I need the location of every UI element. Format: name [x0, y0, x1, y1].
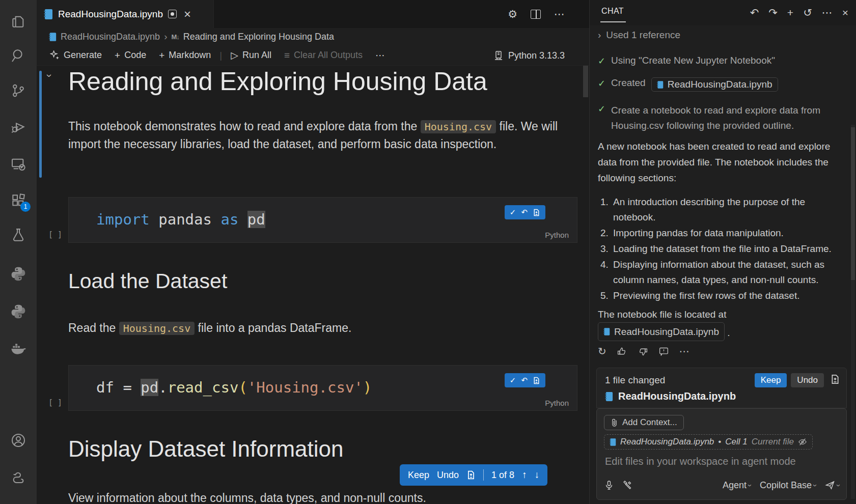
python-icon[interactable]: [0, 260, 37, 288]
attached-context-pill[interactable]: ReadHousingData.ipynb • Cell 1 Current f…: [604, 434, 813, 450]
undo-button[interactable]: Undo: [437, 470, 459, 481]
add-code-button[interactable]: + Code: [111, 48, 150, 63]
snake-manage-icon[interactable]: [0, 464, 37, 493]
chat-scrollbar-thumb[interactable]: [851, 127, 855, 280]
account-icon[interactable]: [0, 426, 37, 455]
eye-off-icon[interactable]: [798, 437, 807, 446]
check-icon: ✓: [598, 78, 605, 92]
created-file-pill[interactable]: ReadHousingData.ipynb: [651, 77, 778, 92]
extensions-icon[interactable]: 1: [0, 186, 37, 215]
step-created-file: ✓ Created ReadHousingData.ipynb: [598, 77, 778, 92]
cell-language-label[interactable]: Python: [545, 231, 569, 239]
tools-icon[interactable]: [622, 480, 632, 490]
chat-tab[interactable]: CHAT: [601, 7, 624, 16]
breadcrumb-section[interactable]: Reading and Exploring Housing Data: [183, 32, 334, 42]
mic-icon[interactable]: [604, 480, 614, 490]
diff-file-icon[interactable]: [466, 470, 476, 480]
notebook-title: Reading and Exploring Housing Data: [68, 67, 487, 96]
changed-file-row[interactable]: ReadHousingData.ipynb: [605, 390, 736, 402]
kernel-picker[interactable]: Python 3.13.3: [493, 45, 565, 66]
keep-button[interactable]: Keep: [408, 470, 429, 481]
next-edit-icon[interactable]: ↓: [535, 469, 540, 481]
code-line[interactable]: df = pd.read_csv('Housing.csv'): [96, 379, 372, 396]
report-issue-icon[interactable]: [658, 346, 669, 357]
diff-file-icon[interactable]: [533, 209, 540, 216]
view-diff-button[interactable]: [830, 374, 840, 387]
expand-references-icon: ›: [598, 30, 601, 41]
chevron-down-icon: ›: [746, 484, 755, 487]
location-text-period: .: [727, 327, 730, 338]
modified-indicator-icon[interactable]: [168, 10, 177, 18]
clear-all-outputs-button[interactable]: ≡ Clear All Outputs: [280, 48, 367, 63]
rerun-request-icon[interactable]: ↻: [598, 345, 606, 357]
chat-input-box[interactable]: Add Context... ReadHousingData.ipynb • C…: [596, 408, 847, 500]
send-button[interactable]: ›: [825, 480, 840, 490]
notebook-file-icon: [610, 438, 616, 446]
add-markdown-button[interactable]: + Markdown: [155, 48, 215, 63]
explorer-icon[interactable]: [0, 7, 37, 36]
code-token: .: [158, 379, 167, 396]
edit-review-pill[interactable]: ✓ ↶: [505, 373, 545, 387]
located-file-pill[interactable]: ReadHousingData.ipynb: [598, 322, 725, 341]
discard-edit-icon[interactable]: ↶: [521, 376, 528, 385]
collapse-cell-icon[interactable]: ›: [44, 74, 56, 77]
chevron-down-icon[interactable]: ›: [835, 484, 843, 487]
testing-icon[interactable]: [0, 221, 37, 249]
run-all-button[interactable]: ▷ Run All: [227, 47, 275, 63]
editor-scrollbar[interactable]: [583, 66, 588, 97]
thumbs-up-icon[interactable]: [617, 346, 627, 357]
check-icon: ✓: [598, 103, 605, 133]
model-picker[interactable]: Copilot Base ›: [760, 480, 817, 491]
code-cell-read-csv[interactable]: df = pd.read_csv('Housing.csv') ✓ ↶ [ ] …: [68, 365, 577, 411]
cell-language-label[interactable]: Python: [545, 399, 569, 407]
gear-icon[interactable]: ⚙: [508, 8, 517, 20]
chat-input-placeholder[interactable]: Edit files in your workspace in agent mo…: [605, 456, 796, 467]
add-context-button[interactable]: Add Context...: [604, 415, 684, 430]
used-references-label: Used 1 reference: [606, 30, 680, 41]
editor-more-icon[interactable]: ⋯: [554, 8, 565, 20]
sparkle-icon: [50, 50, 60, 60]
run-all-icon: ▷: [231, 49, 238, 61]
tab-close-icon[interactable]: ×: [184, 8, 191, 20]
remote-explorer-icon[interactable]: [0, 150, 37, 178]
split-editor-icon[interactable]: [531, 10, 541, 19]
docker-icon[interactable]: [0, 334, 37, 363]
breadcrumb-file[interactable]: ReadHousingData.ipynb: [61, 32, 160, 42]
code-line[interactable]: import pandas as pd: [96, 211, 265, 228]
accept-edit-icon[interactable]: ✓: [510, 376, 516, 385]
used-references-row[interactable]: › Used 1 reference: [598, 30, 680, 41]
python-envs-icon[interactable]: [0, 297, 37, 326]
response-actions: ↻ ⋯: [598, 345, 689, 357]
source-control-icon[interactable]: [0, 76, 37, 105]
step-label: Using "Create New Jupyter Notebook": [611, 55, 775, 67]
agent-mode-picker[interactable]: Agent ›: [723, 480, 752, 491]
add-context-label: Add Context...: [622, 417, 677, 428]
toolbar-more-button[interactable]: ⋯: [371, 47, 389, 63]
previous-edit-icon[interactable]: ↑: [522, 469, 527, 481]
feedback-more-icon[interactable]: ⋯: [679, 345, 689, 357]
code-token: =: [114, 379, 141, 396]
chat-history-icon[interactable]: ↺: [803, 7, 812, 19]
chat-more-icon[interactable]: ⋯: [822, 7, 833, 19]
chat-close-icon[interactable]: ×: [842, 7, 848, 19]
accept-edit-icon[interactable]: ✓: [510, 208, 516, 217]
chat-conversation: › Used 1 reference ✓ Using "Create New J…: [590, 25, 856, 361]
search-icon[interactable]: [0, 41, 37, 70]
run-debug-icon[interactable]: [0, 113, 37, 141]
new-chat-icon[interactable]: +: [787, 7, 793, 19]
chat-undo-icon[interactable]: ↶: [750, 7, 759, 19]
notebook-file-icon: [44, 9, 53, 20]
undo-all-button[interactable]: Undo: [791, 373, 824, 387]
files-changed-label: 1 file changed: [605, 375, 665, 386]
edit-review-pill[interactable]: ✓ ↶: [505, 205, 545, 219]
tab-readhousingdata[interactable]: ReadHousingData.ipynb ×: [37, 0, 214, 28]
discard-edit-icon[interactable]: ↶: [521, 208, 528, 217]
thumbs-down-icon[interactable]: [638, 346, 648, 357]
keep-all-button[interactable]: Keep: [755, 373, 787, 387]
chat-redo-icon[interactable]: ↷: [768, 7, 778, 19]
code-token: as: [220, 211, 238, 228]
diff-file-icon[interactable]: [533, 377, 540, 384]
generate-button[interactable]: Generate: [46, 48, 106, 63]
code-cell-import[interactable]: import pandas as pd ✓ ↶ [ ] Python: [68, 197, 577, 243]
run-all-label: Run All: [242, 50, 271, 61]
